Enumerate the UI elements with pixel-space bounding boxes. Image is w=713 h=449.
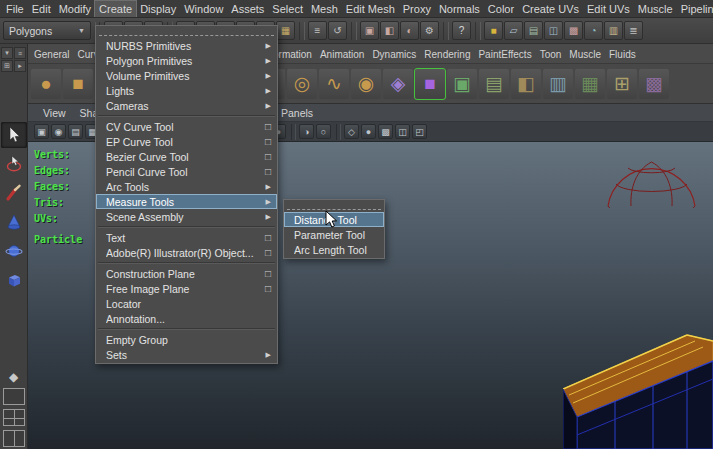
- rotate-tool[interactable]: [1, 238, 27, 264]
- menubar-item-proxy[interactable]: Proxy: [399, 1, 435, 17]
- menubar-item-mesh[interactable]: Mesh: [307, 1, 342, 17]
- option-box[interactable]: □: [265, 247, 271, 258]
- option-box[interactable]: □: [265, 268, 271, 279]
- polygon-soccer-ball-icon[interactable]: ◉: [351, 69, 381, 99]
- soft-mod-icon[interactable]: ◆: [9, 370, 18, 384]
- select-tool[interactable]: [1, 122, 27, 148]
- shelf-grid-icon[interactable]: ⊞: [1, 60, 13, 72]
- ambient-occlusion-icon[interactable]: ○: [316, 124, 331, 139]
- menu-item-free-image-plane[interactable]: Free Image Plane□: [96, 281, 277, 296]
- menu-tearoff-handle[interactable]: [287, 202, 381, 210]
- option-box[interactable]: □: [265, 283, 271, 294]
- shelf-tab-toon[interactable]: Toon: [536, 46, 566, 63]
- snap-to-view-plane-icon[interactable]: ▦: [276, 21, 295, 40]
- input-connections-icon[interactable]: ≡: [308, 21, 327, 40]
- menubar-item-modify[interactable]: Modify: [55, 1, 95, 17]
- construction-history-icon[interactable]: ↺: [328, 21, 347, 40]
- menubar-item-create[interactable]: Create: [95, 1, 136, 17]
- poly-combine-icon[interactable]: ▦: [575, 69, 605, 99]
- menubar-item-edit-mesh[interactable]: Edit Mesh: [342, 1, 399, 17]
- symmetry-icon[interactable]: ◫: [544, 21, 563, 40]
- menu-item-construction-plane[interactable]: Construction Plane□: [96, 266, 277, 281]
- wireframe-mode-icon[interactable]: ◇: [344, 124, 359, 139]
- menu-item-nurbs-primitives[interactable]: NURBS Primitives▶: [96, 38, 277, 53]
- poly-split-icon[interactable]: ⊞: [607, 69, 637, 99]
- soft-select-icon[interactable]: ◔: [584, 21, 603, 40]
- scale-tool[interactable]: [1, 267, 27, 293]
- menu-item-arc-tools[interactable]: Arc Tools▶: [96, 179, 277, 194]
- menu-item-annotation[interactable]: Annotation...: [96, 311, 277, 326]
- menu-item-measure-tools[interactable]: Measure Tools▶: [96, 194, 277, 209]
- menubar-item-display[interactable]: Display: [136, 1, 180, 17]
- isolate-select-icon[interactable]: ◰: [412, 124, 427, 139]
- menubar-item-select[interactable]: Select: [268, 1, 307, 17]
- menubar-item-file[interactable]: File: [2, 1, 28, 17]
- menu-item-locator[interactable]: Locator: [96, 296, 277, 311]
- polygon-sphere-icon[interactable]: ●: [31, 69, 61, 99]
- option-box[interactable]: □: [265, 232, 271, 243]
- selection-masks-icon[interactable]: ▤: [524, 21, 543, 40]
- menu-item-cv-curve-tool[interactable]: CV Curve Tool□: [96, 119, 277, 134]
- menu-item-polygon-primitives[interactable]: Polygon Primitives▶: [96, 53, 277, 68]
- menu-item-arc-length-tool[interactable]: Arc Length Tool: [284, 242, 384, 257]
- menubar-item-pipeline-ca[interactable]: Pipeline Ca: [677, 1, 713, 17]
- shelf-tab-dynamics[interactable]: Dynamics: [368, 46, 420, 63]
- paint-effects-icon[interactable]: ▱: [504, 21, 523, 40]
- platonic-solid-icon[interactable]: ◈: [383, 69, 413, 99]
- shelf-tab-muscle[interactable]: Muscle: [565, 46, 605, 63]
- option-box[interactable]: □: [265, 136, 271, 147]
- poly-merge-icon[interactable]: ▩: [639, 69, 669, 99]
- lasso-select-tool[interactable]: [1, 151, 27, 177]
- shelf-tab-painteffects[interactable]: PaintEffects: [474, 46, 535, 63]
- menu-item-volume-primitives[interactable]: Volume Primitives▶: [96, 68, 277, 83]
- panel-menu-panels[interactable]: Panels: [274, 107, 320, 119]
- option-box[interactable]: □: [265, 121, 271, 132]
- poly-bevel-icon[interactable]: ◧: [511, 69, 541, 99]
- option-box[interactable]: □: [265, 166, 271, 177]
- poly-bridge-icon[interactable]: ▥: [543, 69, 573, 99]
- menu-item-scene-assembly[interactable]: Scene Assembly▶: [96, 209, 277, 224]
- bookmarks-icon[interactable]: ▤: [68, 124, 83, 139]
- lock-icon[interactable]: ■: [484, 21, 503, 40]
- volume-cube-icon[interactable]: ■: [415, 69, 445, 99]
- xray-mode-icon[interactable]: ◫: [395, 124, 410, 139]
- shelf-tab-rendering[interactable]: Rendering: [420, 46, 474, 63]
- layout-single-pane-button[interactable]: [3, 388, 25, 405]
- menu-tearoff-handle[interactable]: [99, 28, 274, 36]
- sculpt-geometry-icon[interactable]: ▣: [447, 69, 477, 99]
- render-current-frame-icon[interactable]: ◧: [380, 21, 399, 40]
- shelf-menu-icon[interactable]: ≡: [14, 47, 26, 59]
- menubar-item-window[interactable]: Window: [180, 1, 227, 17]
- shelf-tab-toggle-icon[interactable]: ▾: [1, 47, 13, 59]
- highlight-selection-icon[interactable]: ▩: [564, 21, 583, 40]
- open-render-view-icon[interactable]: ▣: [360, 21, 379, 40]
- select-camera-icon[interactable]: ▣: [34, 124, 49, 139]
- smooth-shade-mode-icon[interactable]: ●: [361, 124, 376, 139]
- menubar-item-assets[interactable]: Assets: [227, 1, 268, 17]
- menu-item-bezier-curve-tool[interactable]: Bezier Curve Tool□: [96, 149, 277, 164]
- menubar-item-color[interactable]: Color: [484, 1, 518, 17]
- move-tool[interactable]: [1, 209, 27, 235]
- paint-select-tool[interactable]: [1, 180, 27, 206]
- menubar-item-edit-uvs[interactable]: Edit UVs: [583, 1, 634, 17]
- shelf-tab-general[interactable]: General: [30, 46, 74, 63]
- shadows-toggle-icon[interactable]: ◑: [299, 124, 314, 139]
- polygon-cube-icon[interactable]: ■: [63, 69, 93, 99]
- shelf-expand-icon[interactable]: ▸: [14, 60, 26, 72]
- menu-item-adobe-r-illustrator-r-object[interactable]: Adobe(R) Illustrator(R) Object...□: [96, 245, 277, 260]
- panel-menu-view[interactable]: View: [36, 107, 73, 119]
- polygon-helix-icon[interactable]: ∿: [319, 69, 349, 99]
- layout-four-pane-button[interactable]: [3, 409, 25, 426]
- polygon-pipe-icon[interactable]: ◎: [287, 69, 317, 99]
- camera-attributes-icon[interactable]: ◉: [51, 124, 66, 139]
- menubar-item-normals[interactable]: Normals: [435, 1, 484, 17]
- ipr-render-icon[interactable]: ◐: [400, 21, 419, 40]
- menubar-item-create-uvs[interactable]: Create UVs: [518, 1, 583, 17]
- reflection-icon[interactable]: ▥: [604, 21, 623, 40]
- textured-mode-icon[interactable]: ▩: [378, 124, 393, 139]
- menu-item-empty-group[interactable]: Empty Group: [96, 332, 277, 347]
- menu-item-pencil-curve-tool[interactable]: Pencil Curve Tool□: [96, 164, 277, 179]
- menu-item-cameras[interactable]: Cameras▶: [96, 98, 277, 113]
- render-settings-icon[interactable]: ⚙: [420, 21, 439, 40]
- menu-item-parameter-tool[interactable]: Parameter Tool: [284, 227, 384, 242]
